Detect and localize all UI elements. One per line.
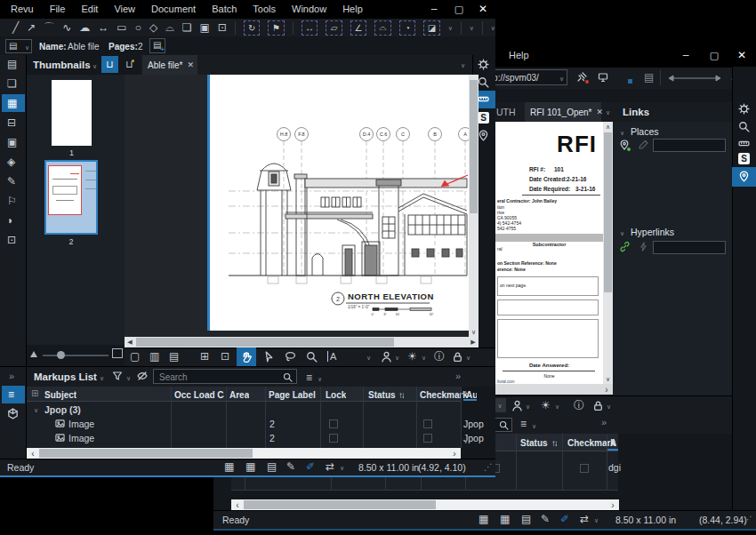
session-icon[interactable] [598, 72, 608, 83]
vt2-lock-icon[interactable] [592, 400, 604, 411]
markups-expand-icon[interactable]: » [9, 371, 14, 381]
rail-properties-icon[interactable]: ▤ [7, 59, 17, 69]
toolbar-overflow-chevron-icon[interactable]: ∨ [470, 25, 474, 31]
pan-hand-icon[interactable] [241, 351, 253, 363]
help-menu[interactable]: Help [507, 50, 531, 60]
markups-hscroll-right-icon[interactable]: › [450, 448, 459, 459]
row-page-label[interactable]: 2 [269, 433, 275, 443]
thumbnails-panel-title[interactable]: Thumbnails [33, 60, 91, 70]
markups-panel-expand-icon[interactable]: » [455, 371, 461, 381]
tab-close-icon[interactable]: ✕ [597, 108, 604, 116]
profile-icon[interactable] [381, 351, 392, 363]
menu-window[interactable]: Window [290, 4, 328, 14]
doc-scroll-up-icon[interactable]: ∧ [603, 123, 613, 131]
help-pen2-icon[interactable]: ✐ [560, 514, 569, 524]
row-lock-checkbox[interactable] [329, 419, 338, 428]
snap-icon[interactable]: ▦ [245, 461, 255, 472]
help-hscroll-right-icon[interactable]: › [608, 499, 617, 510]
lock-icon[interactable] [452, 351, 463, 363]
col-status[interactable]: Status [368, 390, 396, 400]
doc-status-icon[interactable]: ▤ [644, 72, 654, 83]
document-selector[interactable]: ▤ ∨ [5, 39, 32, 53]
col-page-label[interactable]: Page Label [269, 390, 316, 400]
insert-page-button[interactable]: ▤ + [149, 38, 165, 53]
maximize-button[interactable]: ▢ [703, 46, 726, 64]
rectangle-tool-icon[interactable]: ▭ [117, 22, 126, 33]
filter-chevron-icon[interactable]: ∨ [126, 375, 131, 381]
doc-vscrollbar[interactable]: ∧ ∨ [603, 122, 613, 384]
pen1-icon[interactable]: ✎ [286, 461, 295, 472]
rail-spaces-icon[interactable]: ⊡ [7, 235, 16, 245]
add-hyperlink-icon[interactable] [619, 241, 631, 252]
rail-search-icon[interactable] [738, 121, 750, 132]
expand-all-icon[interactable]: ⊞ [31, 389, 38, 398]
select-cursor-icon[interactable] [263, 351, 275, 363]
rfi-document[interactable]: RFI RFI #: 101 Date Created: 2-21-16 Dat… [495, 122, 603, 384]
markups-title-chevron-icon[interactable]: ∨ [100, 375, 104, 381]
markups-hscrollbar[interactable]: ‹ › [27, 448, 461, 459]
brightness-icon[interactable]: ☀ [407, 351, 417, 362]
cloud-polygon-tool-icon[interactable]: ⌓ [165, 22, 174, 33]
toolbar-overflow2-chevron-icon[interactable]: ∨ [491, 25, 495, 31]
main-minimize-button[interactable]: – [422, 0, 446, 18]
canvas-scroll-down-icon[interactable]: ∨ [469, 328, 479, 336]
rail-bookmarks-icon[interactable]: ❏ [7, 78, 17, 89]
rail-dimensions-icon[interactable]: ◗ [7, 215, 13, 226]
lasso-icon[interactable] [285, 351, 296, 363]
grid-icon[interactable]: ▦ [224, 461, 234, 472]
hyperlink-action-icon[interactable] [639, 242, 648, 252]
menu-edit[interactable]: Edit [79, 4, 100, 14]
reuse-icon[interactable]: ▤ [267, 461, 277, 472]
dock-float-button[interactable]: ⊔ [121, 56, 138, 73]
help-sort-icon[interactable]: ↑↓ [551, 438, 557, 448]
columns-chevron-icon[interactable]: ∨ [318, 376, 322, 382]
single-page-icon[interactable]: ▢ [130, 351, 140, 362]
tab-cut[interactable]: UTH [496, 107, 516, 117]
fit-page-icon[interactable]: ⊡ [221, 351, 229, 362]
profile-chevron-icon[interactable]: ∨ [395, 355, 399, 361]
dock-bottom-button[interactable]: ⊔ [101, 56, 118, 73]
main-titlebar[interactable]: Revu File Edit View Document Batch Tools… [0, 0, 495, 18]
thumb-size-slider[interactable] [43, 355, 109, 356]
close-button[interactable]: ✕ [731, 46, 752, 64]
markups-hscroll-thumb[interactable] [39, 449, 253, 458]
main-measure-icon[interactable] [478, 93, 489, 105]
callout-tool-icon[interactable]: ❏ [182, 22, 192, 33]
row-subject[interactable]: Image [68, 433, 94, 443]
measure-angle-icon[interactable]: ∠ [350, 20, 366, 36]
rail-markup-summary-icon[interactable]: ✎ [7, 176, 16, 187]
filter-icon[interactable] [112, 371, 123, 381]
menu-revu[interactable]: Revu [9, 4, 36, 14]
pen2-icon[interactable]: ✐ [306, 461, 315, 472]
measure-volume-icon[interactable]: ◪ [423, 20, 439, 36]
line-tool-icon[interactable]: ╱ [12, 22, 19, 33]
sync-chevron-icon[interactable]: ∨ [340, 465, 344, 471]
menu-tools[interactable]: Tools [251, 4, 277, 14]
help-row-checkmark-checkbox[interactable] [580, 464, 589, 473]
measure-polylength-icon[interactable]: ▱ [326, 20, 342, 36]
markups-vscroll-down-icon[interactable]: ∨ [463, 438, 468, 444]
markups-hscroll-left-icon[interactable]: ‹ [28, 448, 37, 459]
vt2-brightness-icon[interactable]: ☀ [541, 400, 551, 411]
row-lock-checkbox[interactable] [329, 434, 338, 443]
col-area[interactable]: Area [229, 390, 249, 400]
markups-vscroll-up-icon[interactable]: ∧ [463, 389, 468, 395]
canvas-vscrollbar[interactable]: ∨ [469, 75, 479, 337]
row-checkmark-checkbox[interactable] [423, 434, 432, 443]
links-settings-gear-icon[interactable] [738, 103, 750, 115]
rail-thumbnails-icon[interactable]: ▦ [7, 98, 17, 108]
tab-overflow-chevron-icon[interactable]: ∨ [606, 109, 610, 116]
info-icon[interactable]: ⓘ [434, 351, 445, 362]
polyline-tool-icon[interactable]: ∿ [62, 22, 71, 33]
main-resize-grip[interactable]: ⋰ [484, 463, 493, 472]
measure-area-icon[interactable]: ⌓ [374, 20, 390, 36]
canvas-hscrollbar[interactable]: ◀ ▶ [125, 337, 479, 347]
thumbnail-page-1[interactable] [52, 80, 92, 146]
canvas-vscroll-thumb[interactable] [470, 80, 478, 213]
rail-file-access-icon[interactable]: ▣ [7, 137, 17, 148]
page-flip-icon[interactable]: ⊞ [200, 351, 209, 362]
polygon-tool-icon[interactable]: ◇ [149, 22, 157, 33]
help-sync-chevron-icon[interactable]: ∨ [594, 517, 599, 523]
menu-help[interactable]: Help [341, 4, 365, 14]
cloud-tool-icon[interactable]: ☁ [79, 22, 90, 33]
